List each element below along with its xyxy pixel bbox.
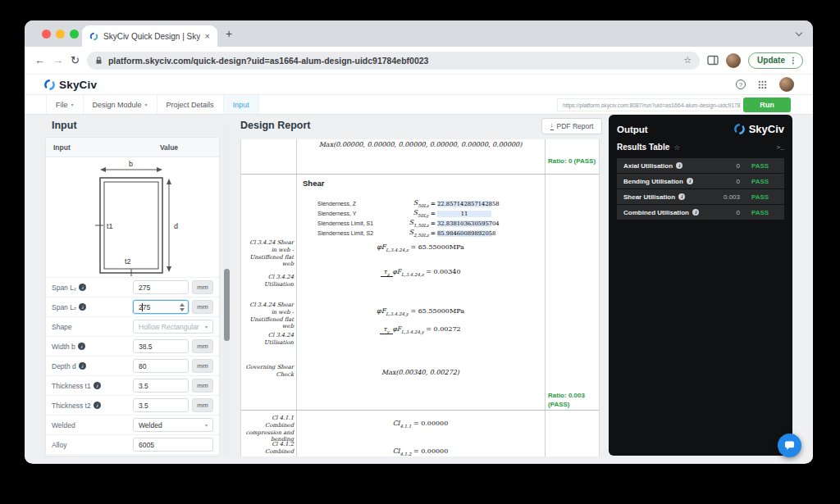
minimize-window-button[interactable] [56, 30, 65, 39]
info-icon[interactable]: i [94, 382, 101, 389]
design-module-menu[interactable]: Design Module ▾ [84, 95, 158, 114]
results-table: Axial Utilisationi 0 PASS Bending Utilis… [617, 158, 784, 220]
chevron-down-icon: ▾ [145, 102, 148, 107]
span-ly-input[interactable]: 275 [133, 280, 189, 294]
welded-select[interactable]: Welded▾ [133, 418, 213, 432]
info-icon[interactable]: i [79, 284, 86, 291]
file-menu[interactable]: File ▾ [46, 95, 84, 114]
run-button[interactable]: Run [743, 98, 791, 112]
forward-icon[interactable]: → [52, 54, 63, 66]
info-icon[interactable]: i [678, 193, 685, 200]
width-b-label: Width bi [52, 343, 133, 351]
column-header-value: Value [124, 143, 214, 152]
thickness-t2-input[interactable]: 3.5 [133, 398, 189, 412]
url-text: platform.skyciv.com/quick-design?uid=as1… [108, 56, 678, 66]
alloy-input[interactable]: 6005 [133, 438, 213, 452]
depth-d-unit: mm [192, 359, 213, 373]
report-title: Design Report [240, 120, 310, 131]
browser-toolbar: ← → ↻ platform.skyciv.com/quick-design?u… [25, 47, 813, 75]
result-row-shear: Shear Utilisationi 0.003 PASS [617, 189, 784, 204]
browser-tab-strip: SkyCiv Quick Design | SkyCiv P × + [25, 20, 813, 47]
combined-compression-formula: Cl4.1.1 = 0.00000 [297, 420, 544, 429]
combined-tension-formula: Cl4.1.2 = 0.00000 [297, 447, 544, 456]
run-url-field[interactable]: https://platform.skyciv.com:8087/run?uid… [557, 98, 741, 111]
input-panel-scrollbar[interactable] [224, 123, 230, 456]
field-row-width-b: Width bi 38.5 mm [46, 337, 219, 356]
close-window-button[interactable] [42, 30, 51, 39]
clause-label-shear-web-z: Cl 3.4.24 Shear in web - Unstiffened fla… [243, 239, 294, 268]
apps-grid-icon[interactable] [758, 80, 767, 89]
thickness-t2-label: Thickness t2i [52, 402, 133, 410]
span-lz-input[interactable]: 275 [133, 300, 189, 314]
field-row-thickness-t2: Thickness t2i 3.5 mm [46, 396, 219, 415]
tab-search-chevron-icon[interactable] [796, 30, 802, 36]
stepper-up-icon [180, 303, 185, 306]
shear-web-z-formula: φFL,3.4.24,z = 65.55000MPa [297, 243, 544, 252]
tab-input[interactable]: Input [224, 95, 259, 114]
number-stepper[interactable] [180, 303, 185, 311]
alloy-label: Alloy [52, 441, 133, 449]
field-row-span-lz: Span Lzi 275 mm [46, 297, 219, 317]
chrome-update-button[interactable]: Update ⋮ [748, 52, 803, 69]
skyciv-favicon-icon [89, 32, 98, 41]
clause-label-utilisation-y: Cl 3.4.24 Utilisation [243, 332, 294, 347]
ratio-badge-shear: Ratio: 0.003 (PASS) [548, 392, 597, 410]
chevron-down-icon: ▾ [205, 422, 208, 428]
output-title: Output [617, 125, 733, 134]
depth-d-input[interactable]: 80 [133, 359, 189, 373]
browser-tab[interactable]: SkyCiv Quick Design | SkyCiv P × [82, 25, 217, 47]
browser-profile-avatar[interactable] [726, 53, 741, 68]
help-icon[interactable]: ? [736, 79, 746, 89]
address-bar[interactable]: platform.skyciv.com/quick-design?uid=as1… [87, 52, 700, 70]
terminal-icon[interactable]: >_ [776, 143, 784, 151]
section-diagram: b d t1 t2 [46, 157, 219, 278]
back-icon[interactable]: ← [34, 54, 45, 66]
width-b-input[interactable]: 38.5 [133, 339, 189, 353]
ratio-badge-axial: Ratio: 0 (PASS) [548, 157, 597, 166]
pdf-report-button[interactable]: ↓ PDF Report [541, 118, 602, 134]
main-content: Input Input Value b d [25, 115, 813, 463]
side-panel-icon[interactable] [707, 55, 719, 66]
project-details-label: Project Details [167, 101, 214, 109]
chevron-down-icon: ▾ [71, 102, 74, 107]
shape-select[interactable]: Hollow Rectangular▾ [133, 320, 213, 334]
info-icon[interactable]: i [78, 343, 85, 350]
lock-icon [95, 56, 103, 65]
bookmark-star-icon[interactable]: ☆ [683, 55, 692, 66]
result-row-bending: Bending Utilisationi 0 PASS [617, 174, 784, 188]
update-label: Update [757, 56, 785, 65]
zoom-window-button[interactable] [70, 30, 79, 39]
output-panel: Output SkyCiv Results Table ☆ >_ Axial U… [609, 115, 792, 456]
account-avatar[interactable] [779, 77, 794, 92]
tab-close-icon[interactable]: × [205, 31, 210, 41]
field-row-thickness-t1: Thickness t1i 3.5 mm [46, 376, 219, 396]
tab-project-details[interactable]: Project Details [158, 95, 224, 114]
info-icon[interactable]: i [79, 362, 86, 370]
info-icon[interactable]: i [79, 303, 86, 311]
info-icon[interactable]: i [687, 178, 693, 184]
browser-menu-dots-icon[interactable]: ⋮ [789, 56, 797, 65]
pdf-report-label: PDF Report [557, 122, 594, 130]
info-icon[interactable]: i [676, 162, 682, 169]
info-icon[interactable]: i [94, 402, 101, 409]
status-badge: PASS [751, 162, 778, 170]
results-table-title: Results Table [617, 143, 669, 152]
shear-section-heading: Shear [303, 179, 324, 188]
status-badge: PASS [751, 209, 778, 216]
skyciv-app-header: SkyCiv ? [25, 75, 813, 95]
favorite-star-icon[interactable]: ☆ [673, 143, 680, 152]
reload-icon[interactable]: ↻ [71, 54, 80, 66]
thickness-t1-unit: mm [192, 379, 213, 393]
scrollbar-thumb[interactable] [224, 269, 230, 341]
skyciv-logo[interactable]: SkyCiv [43, 79, 97, 91]
new-tab-button[interactable]: + [226, 27, 232, 40]
info-icon[interactable]: i [692, 209, 699, 216]
shear-web-y-formula: φFL,3.4.24,y = 65.55000MPa [297, 307, 544, 316]
chat-widget-button[interactable] [778, 434, 801, 457]
diagram-label-t1: t1 [107, 222, 113, 230]
chat-bubble-icon [784, 441, 795, 451]
diagram-label-t2: t2 [125, 257, 131, 266]
thickness-t1-input[interactable]: 3.5 [133, 379, 189, 393]
span-lz-label: Span Lzi [52, 303, 133, 311]
span-lz-unit: mm [192, 300, 213, 314]
